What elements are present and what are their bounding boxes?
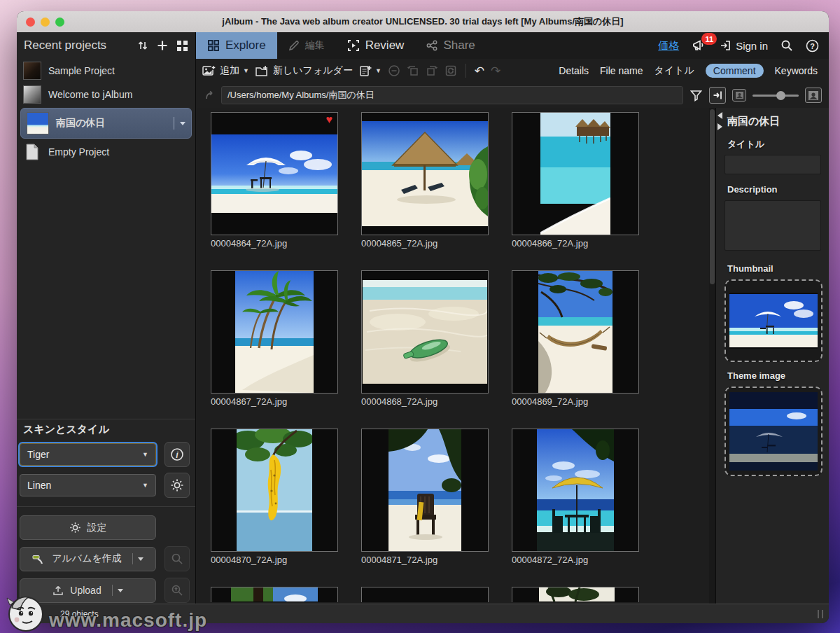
sort-projects-icon[interactable] <box>137 40 148 51</box>
tab-review[interactable]: Review <box>336 32 416 59</box>
refresh-button[interactable] <box>444 64 457 77</box>
photo-filename: 00004864_72A.jpg <box>211 238 338 249</box>
make-album-dropdown[interactable] <box>132 553 144 564</box>
skin-value: Tiger <box>27 449 49 460</box>
large-thumbnails-icon[interactable] <box>805 88 822 103</box>
photo-thumbnail[interactable] <box>361 270 489 394</box>
toggle-keywords[interactable]: Keywords <box>775 65 818 76</box>
remove-icon <box>388 64 400 77</box>
notification-badge: 11 <box>701 33 717 45</box>
settings-label: 設定 <box>88 522 107 534</box>
add-project-icon[interactable] <box>157 40 168 51</box>
rotate-left-button[interactable] <box>407 64 419 77</box>
filter-icon[interactable] <box>690 89 703 102</box>
toggle-file-name[interactable]: File name <box>600 65 643 76</box>
photo-filename: 00004867_72A.jpg <box>211 396 338 407</box>
explore-icon <box>207 39 220 52</box>
favorite-heart-icon[interactable]: ♥ <box>326 114 333 125</box>
help-icon[interactable]: ? <box>806 39 819 53</box>
photo-thumbnail[interactable] <box>361 429 489 552</box>
photo-thumbnail[interactable]: ♥ <box>211 112 338 235</box>
new-page-button[interactable]: ▼ <box>359 64 382 77</box>
tab-share[interactable]: Share <box>415 32 486 59</box>
zoom-button[interactable] <box>55 18 64 27</box>
project-item-empty[interactable]: Empty Project <box>17 140 195 164</box>
photo-thumbnail[interactable] <box>512 112 639 235</box>
style-settings-button[interactable] <box>164 473 190 498</box>
slider-knob[interactable] <box>776 91 785 100</box>
path-input[interactable] <box>221 86 683 104</box>
thumbnail-dropzone[interactable] <box>724 279 822 362</box>
project-menu-button[interactable] <box>174 117 186 130</box>
sign-in-button[interactable]: Sign in <box>720 40 768 52</box>
show-panel-icon[interactable] <box>709 87 726 104</box>
collapse-left-icon[interactable] <box>718 112 722 119</box>
theme-image-dropzone[interactable] <box>724 387 822 476</box>
watermark-text: www.macsoft.jp <box>49 611 207 630</box>
undo-button[interactable]: ↶ <box>475 65 484 77</box>
edit-pencil-icon <box>288 40 300 51</box>
new-folder-label: 新しいフォルダー <box>273 64 353 77</box>
project-label: 南国の休日 <box>56 117 167 130</box>
share-icon <box>426 40 438 51</box>
title-input[interactable] <box>724 155 821 174</box>
announcements-button[interactable]: 11 <box>692 39 707 53</box>
photo-thumbnail[interactable] <box>211 587 338 602</box>
small-thumbnails-icon[interactable] <box>732 89 746 102</box>
scrollbar-thumb[interactable] <box>710 109 715 284</box>
style-select[interactable]: Linen ▼ <box>20 474 156 496</box>
photo-thumbnail[interactable] <box>512 270 639 394</box>
thumbnail-size-slider[interactable] <box>752 95 799 97</box>
new-folder-button[interactable]: 新しいフォルダー <box>255 64 353 77</box>
photo-thumbnail[interactable] <box>211 270 338 394</box>
project-thumbnail <box>23 85 41 104</box>
project-item-current[interactable]: 南国の休日 <box>20 108 192 139</box>
toggle-details[interactable]: Details <box>559 65 589 76</box>
make-album-button[interactable]: アルバムを作成 <box>20 547 156 571</box>
project-label: Empty Project <box>48 146 189 158</box>
mascot-icon <box>3 591 46 632</box>
skin-info-button[interactable]: i <box>164 442 190 467</box>
add-images-button[interactable]: 追加 ▼ <box>202 64 249 77</box>
redo-button[interactable]: ↷ <box>491 65 500 77</box>
resize-grip[interactable] <box>818 610 823 618</box>
grid-cell: 00004871_72A.jpg <box>361 429 489 565</box>
grid-cell <box>211 587 338 602</box>
toolbar-divider <box>465 64 466 78</box>
preview-album-button[interactable] <box>164 546 190 571</box>
rotate-right-button[interactable] <box>426 64 438 77</box>
magnifier-icon <box>171 552 183 565</box>
search-icon[interactable] <box>780 39 793 52</box>
grid-cell: 00004867_72A.jpg <box>211 270 338 407</box>
toggle-comment[interactable]: Comment <box>706 64 764 78</box>
divider <box>17 506 195 507</box>
project-item-welcome[interactable]: Welcome to jAlbum <box>17 83 195 106</box>
grid-scrollbar[interactable] <box>709 108 715 604</box>
caption-toggles: Details File name タイトル Comment Keywords <box>559 64 823 78</box>
collapse-right-icon[interactable] <box>718 123 722 130</box>
photo-thumbnail[interactable] <box>512 429 639 552</box>
project-view-icon[interactable] <box>176 40 188 52</box>
description-textarea[interactable] <box>724 200 821 251</box>
pricing-link[interactable]: 価格 <box>658 39 679 53</box>
photo-yellow-parasol-table <box>537 429 614 551</box>
remove-button[interactable] <box>388 64 400 77</box>
skin-select[interactable]: Tiger ▼ <box>20 443 156 466</box>
tab-edit[interactable]: 編集 <box>277 32 336 59</box>
thumbnail-label: Thumbnail <box>716 263 829 274</box>
tab-explore[interactable]: Explore <box>196 32 277 59</box>
photo-thumbnail[interactable] <box>512 587 639 602</box>
settings-button[interactable]: 設定 <box>20 515 156 540</box>
up-folder-icon[interactable] <box>204 90 215 101</box>
toggle-title[interactable]: タイトル <box>654 64 694 77</box>
close-button[interactable] <box>26 18 35 27</box>
app-window: jAlbum - The Java web album creator UNLI… <box>17 11 829 623</box>
photo-thumbnail[interactable] <box>211 429 338 552</box>
photo-thumbnail[interactable] <box>361 587 489 602</box>
photo-thumbnail[interactable] <box>361 112 489 235</box>
tab-share-label: Share <box>443 39 475 53</box>
minimize-button[interactable] <box>41 18 50 27</box>
photo-beach-umbrella <box>211 134 337 213</box>
project-item-sample[interactable]: Sample Project <box>17 59 195 83</box>
desktop: jAlbum - The Java web album creator UNLI… <box>0 0 840 633</box>
